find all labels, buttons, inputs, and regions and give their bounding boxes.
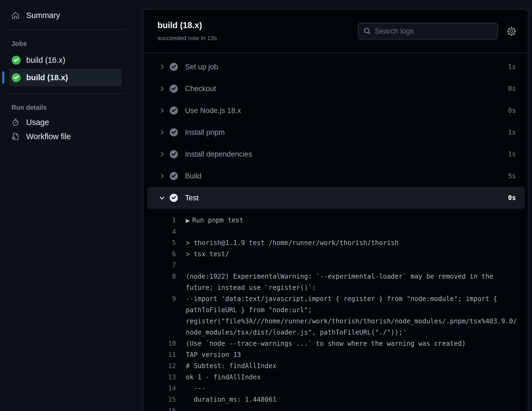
panel-header: build (18.x) succeeded now in 13s (143, 10, 528, 53)
log-line-number[interactable]: 11 (143, 349, 176, 361)
log-line-text: TAP version 13 (186, 349, 518, 361)
log-line-text: --- (186, 383, 518, 394)
log-line-number[interactable]: 16 (143, 405, 176, 411)
sidebar-item-workflow-file[interactable]: Workflow file (11, 129, 143, 144)
success-check-icon (12, 56, 21, 65)
home-icon (11, 11, 20, 19)
log-line-text (186, 226, 518, 237)
chevron-right-icon (159, 107, 165, 114)
log-line-text: # Subtest: findAllIndex (186, 361, 518, 372)
log-line: 16 ... (143, 405, 528, 411)
sidebar: Summary Jobs build (16.x) build (18.x) R… (0, 0, 143, 411)
sidebar-job-build-18x[interactable]: build (18.x) (9, 69, 121, 86)
step-success-icon (170, 172, 178, 180)
log-line-text: ok 1 - findAllIndex (186, 372, 518, 383)
search-logs-input[interactable] (375, 27, 493, 35)
search-logs-box (358, 23, 498, 40)
log-group-toggle[interactable]: ▶Run pnpm test (186, 215, 518, 226)
step-list: Set up job 1s Checkout 0s Use Node.js 18… (143, 53, 528, 209)
log-line-number[interactable]: 6 (143, 249, 176, 260)
jobs-heading: Jobs (11, 40, 143, 47)
gear-icon (506, 26, 517, 37)
log-line: 7 (143, 260, 528, 271)
log-line: 11 TAP version 13 (143, 349, 528, 361)
step-use-nodejs[interactable]: Use Node.js 18.x 0s (143, 100, 528, 121)
log-line: 14 --- (143, 383, 528, 394)
log-line-text (186, 260, 518, 271)
chevron-right-icon (159, 64, 165, 70)
step-success-icon (170, 150, 178, 158)
step-build[interactable]: Build 5s (143, 165, 528, 187)
log-line-number[interactable]: 12 (143, 361, 176, 372)
log-line-text: (node:1922) ExperimentalWarning: `--expe… (186, 271, 518, 293)
step-checkout[interactable]: Checkout 0s (143, 78, 528, 100)
step-success-icon (170, 106, 178, 115)
log-line-text: > tsx test/ (186, 249, 518, 260)
step-success-icon (170, 128, 178, 136)
log-line-text: (Use `node --trace-warnings ...` to show… (186, 338, 518, 349)
log-line: 9 --import 'data:text/javascript,import … (143, 293, 528, 338)
step-label: Install pnpm (185, 128, 508, 137)
success-check-icon (12, 73, 21, 82)
step-install-dependencies[interactable]: Install dependencies 1s (143, 143, 528, 165)
step-label: Build (185, 172, 508, 180)
step-label: Checkout (185, 85, 508, 93)
log-line-number[interactable]: 10 (143, 338, 176, 349)
log-line-number[interactable]: 8 (143, 271, 176, 293)
log-line-number[interactable]: 14 (143, 383, 176, 394)
log-line: 6 > tsx test/ (143, 249, 528, 260)
step-success-icon (170, 85, 178, 93)
log-line-number[interactable]: 13 (143, 372, 176, 383)
log-line-text: Run pnpm test (192, 216, 243, 224)
log-line-text: > thorish@1.1.9 test /home/runner/work/t… (186, 237, 518, 249)
log-settings-button[interactable] (505, 25, 518, 38)
step-label: Install dependencies (185, 150, 508, 159)
log-line-number[interactable]: 4 (143, 226, 176, 237)
step-success-icon (170, 194, 178, 202)
log-line-number[interactable]: 15 (143, 394, 176, 405)
sidebar-item-label: Summary (26, 11, 60, 20)
job-status-text: succeeded now in 13s (157, 35, 217, 42)
run-details-heading: Run details (11, 104, 143, 111)
log-line: 12 # Subtest: findAllIndex (143, 361, 528, 372)
step-duration: 1s (508, 150, 516, 158)
sidebar-job-build-16x[interactable]: build (16.x) (9, 51, 121, 69)
log-line: 1 ▶Run pnpm test (143, 215, 528, 226)
step-duration: 1s (508, 63, 516, 71)
sidebar-divider (9, 29, 125, 30)
log-line: 13 ok 1 - findAllIndex (143, 372, 528, 383)
log-line-number[interactable]: 9 (143, 293, 176, 338)
log-line-number[interactable]: 5 (143, 237, 176, 249)
page-title: build (18.x) (157, 20, 202, 30)
step-install-pnpm[interactable]: Install pnpm 1s (143, 121, 528, 143)
chevron-right-icon (159, 129, 165, 136)
step-label: Use Node.js 18.x (185, 106, 508, 115)
log-line: 4 (143, 226, 528, 237)
log-line: 8 (node:1922) ExperimentalWarning: `--ex… (143, 271, 528, 293)
job-label: build (16.x) (26, 56, 65, 65)
search-icon (363, 27, 371, 35)
step-duration: 1s (508, 129, 516, 136)
expand-group-triangle-icon: ▶ (186, 217, 190, 224)
log-line-text: --import 'data:text/javascript,import { … (186, 293, 518, 338)
sidebar-item-summary[interactable]: Summary (11, 8, 143, 22)
step-duration: 0s (508, 85, 516, 93)
step-test[interactable]: Test 0s (147, 187, 525, 209)
log-line: 15 duration_ms: 1.448061 (143, 394, 528, 405)
code-file-icon (11, 132, 20, 141)
log-line: 10 (Use `node --trace-warnings ...` to s… (143, 338, 528, 349)
selected-accent-bar (2, 71, 4, 84)
log-output: 1 ▶Run pnpm test 4 5 > thorish@1.1.9 tes… (143, 209, 528, 411)
job-log-panel: build (18.x) succeeded now in 13s (143, 9, 528, 411)
log-line-text: duration_ms: 1.448061 (186, 394, 518, 405)
chevron-right-icon (159, 173, 165, 179)
sidebar-item-label: Usage (26, 118, 49, 127)
log-line: 5 > thorish@1.1.9 test /home/runner/work… (143, 237, 528, 249)
step-label: Test (185, 194, 508, 202)
log-line-number[interactable]: 7 (143, 260, 176, 271)
chevron-down-icon (159, 195, 165, 201)
step-success-icon (170, 63, 178, 71)
step-set-up-job[interactable]: Set up job 1s (143, 56, 528, 78)
log-line-number[interactable]: 1 (143, 215, 176, 226)
sidebar-item-usage[interactable]: Usage (11, 115, 143, 129)
